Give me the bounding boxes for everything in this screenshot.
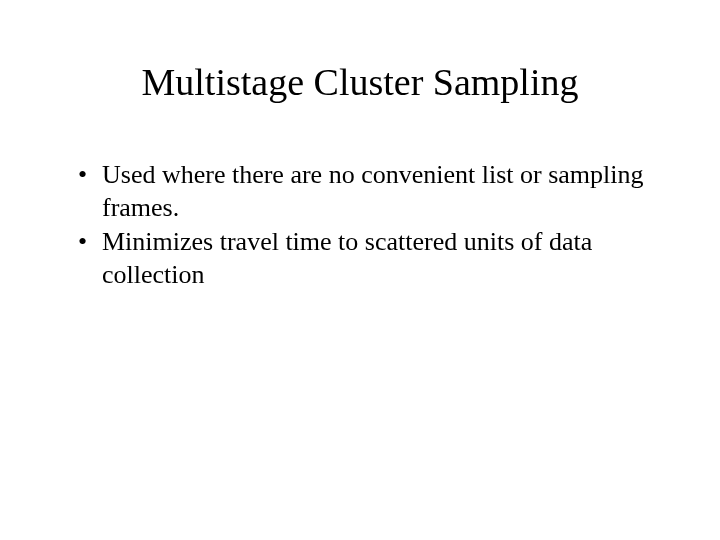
bullet-list: Used where there are no convenient list … [60, 159, 660, 291]
list-item: Minimizes travel time to scattered units… [78, 226, 660, 291]
list-item: Used where there are no convenient list … [78, 159, 660, 224]
slide-title: Multistage Cluster Sampling [60, 60, 660, 104]
